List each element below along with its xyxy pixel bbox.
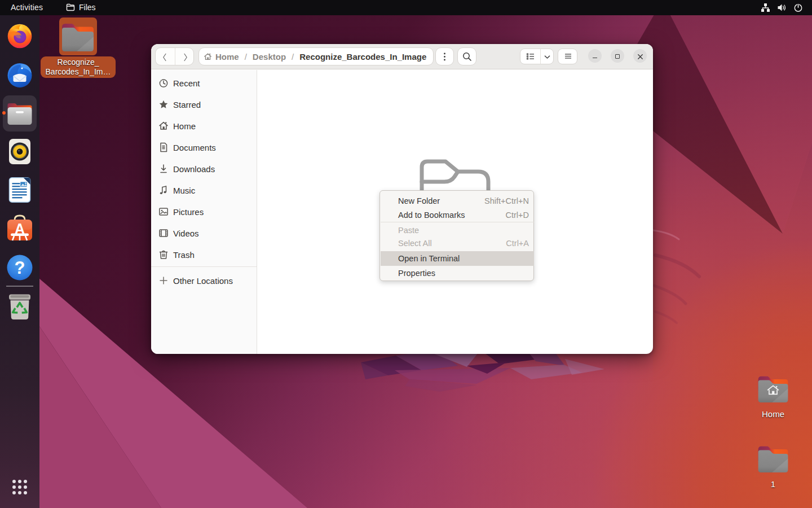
svg-text:?: ? (15, 258, 25, 278)
